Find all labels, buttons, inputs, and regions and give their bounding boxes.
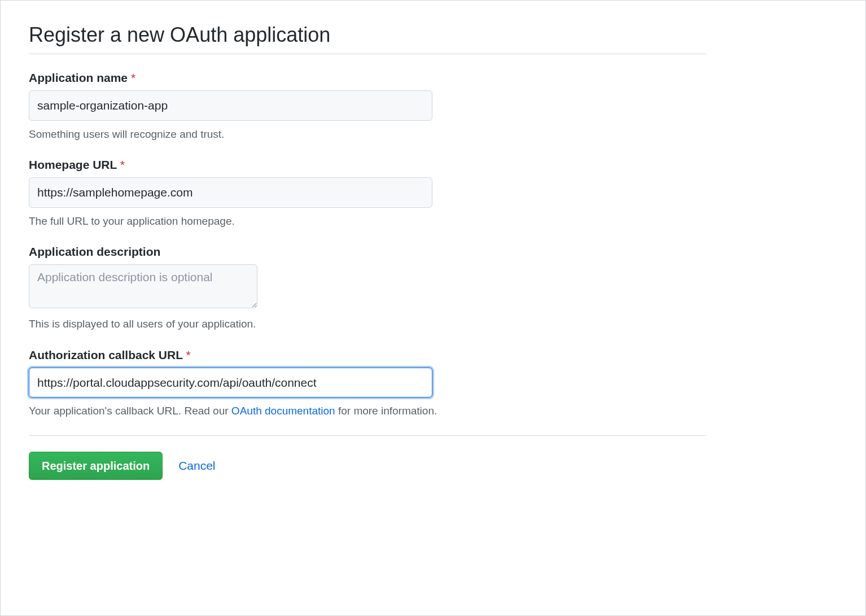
callback-url-help-suffix: for more information. [335,405,438,417]
required-asterisk: * [186,348,191,361]
homepage-url-label-text: Homepage URL [29,158,117,171]
homepage-url-group: Homepage URL * The full URL to your appl… [29,158,706,229]
app-name-label: Application name * [29,71,706,85]
callback-url-help: Your application's callback URL. Read ou… [29,403,706,420]
page-title: Register a new OAuth application [29,23,706,47]
app-description-help: This is displayed to all users of your a… [29,316,706,333]
callback-url-group: Authorization callback URL * Your applic… [29,348,706,420]
button-row: Register application Cancel [29,452,706,480]
homepage-url-input[interactable] [29,177,432,208]
title-divider [29,54,706,54]
register-application-button[interactable]: Register application [29,452,163,480]
app-name-help: Something users will recognize and trust… [29,126,706,143]
homepage-url-label: Homepage URL * [29,158,706,172]
callback-url-label-text: Authorization callback URL [29,348,183,361]
app-name-label-text: Application name [29,71,128,84]
actions-divider [29,435,706,436]
app-description-group: Application description This is displaye… [29,245,706,333]
cancel-button[interactable]: Cancel [178,459,215,473]
app-name-group: Application name * Something users will … [29,71,706,142]
app-description-input[interactable] [29,264,257,308]
required-asterisk: * [120,158,125,171]
callback-url-input[interactable] [29,368,432,398]
app-description-label: Application description [29,245,706,259]
app-name-input[interactable] [29,90,432,121]
oauth-registration-form: Register a new OAuth application Applica… [0,0,866,616]
homepage-url-help: The full URL to your application homepag… [29,213,706,230]
oauth-documentation-link[interactable]: OAuth documentation [231,405,335,417]
required-asterisk: * [131,71,135,84]
callback-url-help-prefix: Your application's callback URL. Read ou… [29,405,231,417]
app-description-label-text: Application description [29,245,160,258]
callback-url-label: Authorization callback URL * [29,348,706,362]
